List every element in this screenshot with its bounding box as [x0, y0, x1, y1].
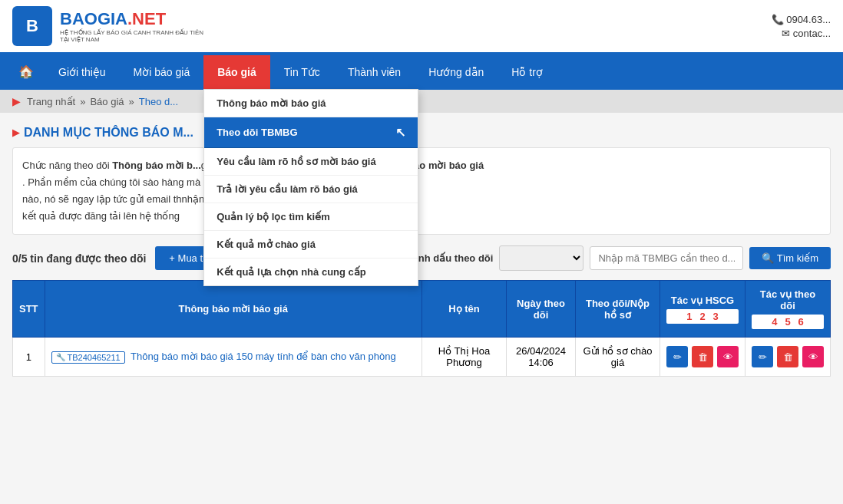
search-area: Tìm và đánh dấu theo dõi 🔍 Tìm kiếm	[372, 245, 831, 271]
table-header-row: STT Thông báo mời báo giá Họ tên Ngày th…	[13, 281, 831, 338]
logo-subtitle: HỆ THỐNG LẤY BÁO GIÁ CANH TRANH ĐẤU TIÊN…	[60, 29, 213, 43]
td-ngay: 26/04/202414:06	[507, 338, 576, 377]
hscg-edit-button[interactable]: ✏	[666, 346, 688, 367]
tv-delete-button[interactable]: 🗑	[777, 346, 798, 367]
logo-icon: B	[12, 6, 52, 46]
hscg-num-3: 3	[713, 311, 719, 322]
search-input[interactable]	[590, 246, 743, 270]
logo-text: BAOGIA.NET HỆ THỐNG LẤY BÁO GIÁ CANH TRA…	[60, 9, 213, 43]
td-hscg-actions: ✏ 🗑 👁	[660, 338, 745, 377]
tv-num-6: 6	[798, 316, 804, 328]
logo-name-part2: .NET	[127, 9, 166, 28]
td-theo-doi-status: Gửi hồ sơ chào giá	[576, 338, 660, 377]
thong-bao-link[interactable]: Thông báo mời báo giá 150 máy tính để bà…	[131, 351, 396, 362]
th-ngay: Ngày theo dõi	[507, 281, 576, 338]
nav-home[interactable]: 🏠	[8, 54, 45, 90]
bc-home[interactable]: Trang nhất	[27, 96, 75, 107]
th-tac-vu: Tác vụ theo dõi 4 5 6	[745, 281, 831, 338]
td-ho-ten: Hồ Thị Hoa Phương	[422, 338, 507, 377]
bc-sep1: »	[80, 96, 85, 107]
header: B BAOGIA.NET HỆ THỐNG LẤY BÁO GIÁ CANH T…	[0, 0, 843, 54]
contact-info: 📞 0904.63... ✉ contac...	[772, 14, 831, 39]
nav-item-bao-gia[interactable]: Báo giá Thông báo mời báo giá Theo dõi T…	[203, 55, 270, 89]
bc-theo-doi: Theo d...	[139, 96, 178, 107]
dropdown-item-ket-qua-lua[interactable]: Kết quả lựa chọn nhà cung cấp	[204, 259, 418, 285]
hscg-num-1: 1	[686, 311, 692, 322]
email-info: ✉ contac...	[782, 28, 831, 39]
description: Chức năng theo dõi Thông báo mời b...g v…	[12, 147, 831, 235]
main-content: ▶ DANH MỤC THÔNG BÁO M... Chức năng theo…	[0, 113, 843, 389]
badge-tag: 🔧 TB240465211	[51, 351, 125, 364]
td-stt: 1	[13, 338, 45, 377]
table-wrapper: STT Thông báo mời báo giá Họ tên Ngày th…	[12, 280, 831, 377]
controls-row: 0/5 tin đang được theo dõi + Mua thêm lư…	[12, 245, 831, 271]
td-tac-vu-actions: ✏ 🗑 👁	[745, 338, 831, 377]
cursor-icon: ↖	[395, 125, 405, 140]
nav-item-moi-bao-gia[interactable]: Mời báo giá	[120, 55, 204, 89]
stats-text: 0/5 tin đang được theo dõi	[12, 252, 146, 265]
nav-item-ho-tro[interactable]: Hỗ trợ	[498, 55, 557, 89]
dropdown-item-yeu-cau[interactable]: Yêu cầu làm rõ hồ sơ mời báo giá	[204, 148, 418, 176]
bao-gia-dropdown: Thông báo mời báo giá Theo dõi TBMBG ↖ Y…	[203, 89, 418, 286]
table-row: 1 🔧 TB240465211 Thông báo mời báo giá 15…	[13, 338, 831, 377]
th-stt: STT	[13, 281, 45, 338]
th-hscg: Tác vụ HSCG 1 2 3	[660, 281, 745, 338]
bc-sep2: »	[129, 96, 134, 107]
hscg-delete-button[interactable]: 🗑	[692, 346, 713, 367]
breadcrumb-arrow: ▶	[12, 95, 21, 107]
nav-item-thanh-vien[interactable]: Thành viên	[334, 55, 415, 89]
hscg-view-button[interactable]: 👁	[717, 346, 739, 367]
tv-num-5: 5	[785, 316, 790, 328]
th-thong-bao: Thông báo mời báo giá	[45, 281, 422, 338]
nav-item-tin-tuc[interactable]: Tin Tức	[270, 55, 334, 89]
logo-area: B BAOGIA.NET HỆ THỐNG LẤY BÁO GIÁ CANH T…	[12, 6, 213, 46]
hscg-num-2: 2	[699, 311, 705, 322]
nav-item-gioi-thieu[interactable]: Giới thiệu	[45, 55, 120, 89]
search-button[interactable]: 🔍 Tìm kiếm	[749, 247, 831, 269]
th-theo-doi: Theo dõi/Nộp hồ sơ	[576, 281, 660, 338]
tv-num-4: 4	[772, 316, 777, 328]
dropdown-item-theo-doi[interactable]: Theo dõi TBMBG ↖	[204, 117, 418, 148]
dropdown-item-ket-qua-mo[interactable]: Kết quả mở chào giá	[204, 231, 418, 259]
page-title: DANH MỤC THÔNG BÁO M...	[24, 125, 193, 140]
tv-view-button[interactable]: 👁	[802, 346, 824, 367]
main-table: STT Thông báo mời báo giá Họ tên Ngày th…	[12, 280, 831, 377]
tv-edit-button[interactable]: ✏	[752, 346, 773, 367]
search-select[interactable]	[499, 245, 583, 271]
logo-name-part1: BAOGIA	[60, 9, 127, 28]
dropdown-item-quan-ly[interactable]: Quản lý bộ lọc tìm kiếm	[204, 203, 418, 231]
th-ho-ten: Họ tên	[422, 281, 507, 338]
dropdown-item-tra-loi[interactable]: Trả lời yêu cầu làm rõ báo giá	[204, 176, 418, 203]
navbar: 🏠 Giới thiệu Mời báo giá Báo giá Thông b…	[0, 54, 843, 90]
title-arrow: ▶	[12, 127, 19, 138]
nav-item-huong-dan[interactable]: Hướng dẫn	[415, 55, 498, 89]
td-thong-bao: 🔧 TB240465211 Thông báo mời báo giá 150 …	[45, 338, 422, 377]
phone-info: 📞 0904.63...	[772, 14, 831, 25]
section-title: ▶ DANH MỤC THÔNG BÁO M...	[12, 125, 831, 140]
bc-bao-gia[interactable]: Báo giá	[90, 96, 124, 107]
dropdown-item-thong-bao[interactable]: Thông báo mời báo giá	[204, 90, 418, 117]
breadcrumb: ▶ Trang nhất » Báo giá » Theo d...	[0, 90, 843, 113]
